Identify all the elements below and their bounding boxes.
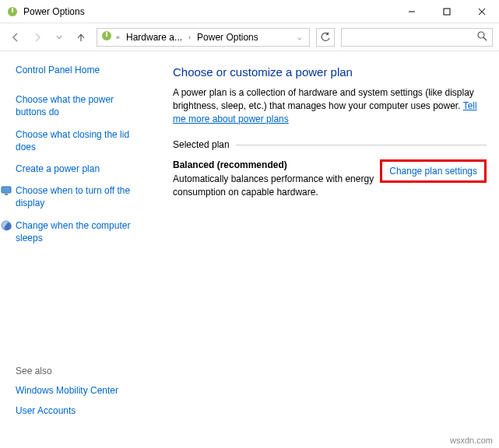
svg-rect-11 [5,194,8,195]
window-controls [394,0,499,23]
selected-plan-label: Selected plan [173,139,230,150]
power-options-icon [100,30,113,44]
sidebar-link-closing-lid[interactable]: Choose what closing the lid does [16,128,146,153]
refresh-button[interactable] [316,28,335,47]
search-input[interactable] [346,32,477,43]
svg-point-8 [478,32,484,38]
sidebar-link-power-buttons[interactable]: Choose what the power buttons do [16,93,146,118]
change-plan-settings-link[interactable]: Change plan settings [380,159,487,183]
svg-rect-7 [106,32,107,37]
close-button[interactable] [464,0,499,23]
breadcrumb-dropdown-icon[interactable]: ⌵ [293,33,306,41]
recent-dropdown[interactable] [50,28,69,47]
minimize-button[interactable] [394,0,429,23]
see-also-header: See also [16,366,146,376]
display-icon [0,184,12,197]
svg-rect-1 [12,8,13,12]
sidebar-link-turn-off-display[interactable]: Choose when to turn off the display [16,184,146,209]
up-button[interactable] [72,28,90,47]
seealso-user-accounts[interactable]: User Accounts [16,404,146,417]
plan-description: Automatically balances performance with … [173,173,374,199]
sidebar-link-computer-sleeps[interactable]: Change when the computer sleeps [16,219,146,244]
selected-plan-header: Selected plan [173,139,487,150]
forward-button[interactable] [28,28,47,47]
watermark: wsxdn.com [450,436,493,445]
plan-name: Balanced (recommended) [173,159,374,170]
svg-rect-3 [444,9,450,15]
breadcrumb-item[interactable]: Power Options [194,32,262,43]
svg-rect-10 [2,187,11,193]
seealso-mobility-center[interactable]: Windows Mobility Center [16,384,146,397]
main-content: Choose or customize a power plan A power… [156,51,499,434]
chevron-left-icon[interactable]: « [114,33,121,41]
breadcrumb[interactable]: « Hardware a... › Power Options ⌵ [97,28,310,47]
maximize-button[interactable] [429,0,464,23]
divider [236,145,487,145]
sidebar-link-create-plan[interactable]: Create a power plan [16,163,100,175]
window-title: Power Options [23,6,394,17]
chevron-right-icon: › [187,33,192,41]
power-options-icon [6,5,19,18]
page-heading: Choose or customize a power plan [173,65,487,79]
address-bar: « Hardware a... › Power Options ⌵ [0,23,499,51]
sleep-icon [0,219,12,232]
control-panel-home-link[interactable]: Control Panel Home [16,64,146,76]
breadcrumb-item[interactable]: Hardware a... [123,32,185,43]
sidebar: Control Panel Home Choose what the power… [0,51,156,434]
search-box[interactable] [341,28,493,47]
titlebar: Power Options [0,0,499,23]
search-icon[interactable] [477,31,487,44]
back-button[interactable] [6,28,25,47]
svg-line-9 [483,37,487,40]
page-description: A power plan is a collection of hardware… [173,86,487,125]
